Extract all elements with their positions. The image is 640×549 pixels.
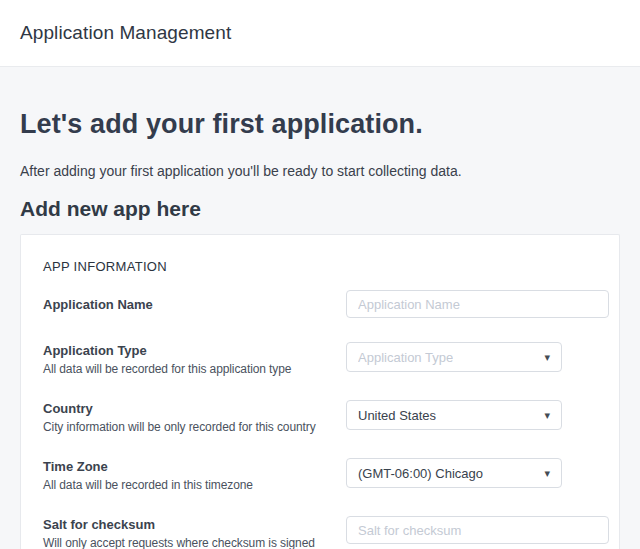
timezone-label: Time Zone [43,459,336,475]
field-row-country: Country City information will be only re… [43,400,597,434]
chevron-down-icon: ▾ [544,350,550,364]
salt-input[interactable] [346,516,609,544]
salt-label: Salt for checksum [43,517,336,533]
timezone-description: All data will be recorded in this timezo… [43,478,336,492]
country-description: City information will be only recorded f… [43,420,336,434]
application-name-label: Application Name [43,297,336,313]
application-type-label: Application Type [43,343,336,359]
application-name-input[interactable] [346,290,609,318]
app-information-section-label: APP INFORMATION [43,259,597,274]
welcome-subtext: After adding your first application you'… [20,162,620,180]
field-row-timezone: Time Zone All data will be recorded in t… [43,458,597,492]
page-title: Application Management [20,22,231,44]
chevron-down-icon: ▾ [544,466,550,480]
field-row-application-type: Application Type All data will be record… [43,342,597,376]
salt-description: Will only accept requests where checksum… [43,536,336,549]
country-label: Country [43,401,336,417]
country-select-value: United States [358,408,436,423]
welcome-heading: Let's add your first application. [20,107,620,141]
application-type-select-value: Application Type [358,350,453,365]
timezone-select[interactable]: (GMT-06:00) Chicago ▾ [346,458,562,488]
chevron-down-icon: ▾ [544,408,550,422]
timezone-select-value: (GMT-06:00) Chicago [358,466,483,481]
add-app-section-heading: Add new app here [20,196,620,222]
application-type-select[interactable]: Application Type ▾ [346,342,562,372]
page-header: Application Management [0,0,640,67]
country-select[interactable]: United States ▾ [346,400,562,430]
application-type-description: All data will be recorded for this appli… [43,362,336,376]
main-content: Let's add your first application. After … [0,107,640,549]
field-row-salt-for-checksum: Salt for checksum Will only accept reque… [43,516,597,549]
app-information-card: APP INFORMATION Application Name Applica… [20,234,620,549]
field-row-application-name: Application Name [43,290,597,318]
